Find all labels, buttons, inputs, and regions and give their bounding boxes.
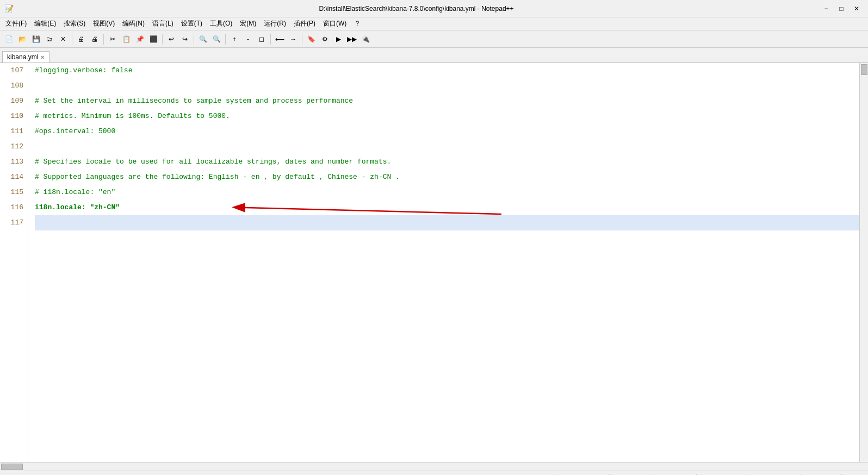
title-bar-text: D:\install\ElasticSearch\kibana-7.8.0\co… — [14, 5, 819, 12]
toolbar-find[interactable]: 🔍 — [196, 33, 209, 46]
title-bar-buttons: − □ ✕ — [819, 2, 864, 15]
code-line: # metrics. Minimum is 100ms. Defaults to… — [35, 109, 859, 124]
toolbar-zoom-out[interactable]: - — [241, 33, 255, 46]
line-number: 107 — [2, 63, 23, 78]
toolbar: 📄 📂 💾 🗂 ✕ 🖨 🖨 ✂ 📋 📌 ⬛ ↩ ↪ 🔍 🔍 + - ◻ ⟵ → … — [0, 30, 868, 48]
tab-label: kibana.yml — [7, 53, 38, 61]
menu-view[interactable]: 视图(V) — [90, 18, 118, 29]
toolbar-select-all[interactable]: ⬛ — [147, 33, 160, 46]
line-number: 111 — [2, 124, 23, 139]
toolbar-run2[interactable]: ▶▶ — [345, 33, 358, 46]
toolbar-copy[interactable]: 📋 — [120, 33, 133, 46]
toolbar-restore-zoom[interactable]: ◻ — [255, 33, 268, 46]
menu-edit[interactable]: 编辑(E) — [31, 18, 59, 29]
menu-tools[interactable]: 工具(O) — [207, 18, 235, 29]
line-number: 114 — [2, 170, 23, 185]
toolbar-macros[interactable]: ⚙ — [318, 33, 331, 46]
toolbar-sep-2 — [103, 34, 104, 45]
code-line — [35, 215, 859, 230]
menu-language[interactable]: 语言(L) — [149, 18, 177, 29]
tab-close-button[interactable]: ✕ — [40, 54, 45, 60]
menu-run[interactable]: 运行(R) — [261, 18, 289, 29]
editor-area: 107108109110111112113114115116117 #loggi… — [0, 63, 868, 462]
toolbar-plugin[interactable]: 🔌 — [359, 33, 372, 46]
code-line: #logging.verbose: false — [35, 63, 859, 78]
menu-macro[interactable]: 宏(M) — [237, 18, 259, 29]
toolbar-sep-3 — [162, 34, 163, 45]
code-area[interactable]: #logging.verbose: false# Set the interva… — [28, 63, 859, 462]
line-number: 113 — [2, 154, 23, 170]
line-numbers: 107108109110111112113114115116117 — [0, 63, 28, 462]
toolbar-print[interactable]: 🖨 — [75, 33, 88, 46]
menu-window[interactable]: 窗口(W) — [320, 18, 350, 29]
menu-file[interactable]: 文件(F) — [2, 18, 30, 29]
code-line: i18n.locale: "zh-CN" — [35, 200, 859, 215]
code-line: #ops.interval: 5000 — [35, 124, 859, 139]
toolbar-sep-1 — [72, 34, 72, 45]
toolbar-save[interactable]: 💾 — [29, 33, 42, 46]
code-line: # Specifies locale to be used for all lo… — [35, 154, 859, 170]
title-bar: 📝 D:\install\ElasticSearch\kibana-7.8.0\… — [0, 0, 868, 17]
maximize-button[interactable]: □ — [834, 2, 848, 15]
toolbar-bookmarks[interactable]: 🔖 — [305, 33, 318, 46]
toolbar-run[interactable]: ▶ — [332, 33, 345, 46]
scrollbar-thumb[interactable] — [861, 64, 867, 75]
toolbar-redo[interactable]: ↪ — [178, 33, 191, 46]
toolbar-indent[interactable]: → — [287, 33, 300, 46]
toolbar-undo[interactable]: ↩ — [165, 33, 178, 46]
toolbar-sep-4 — [194, 34, 194, 45]
horizontal-scrollbar[interactable] — [0, 462, 868, 471]
code-line — [35, 78, 859, 93]
toolbar-paste[interactable]: 📌 — [133, 33, 146, 46]
line-number: 108 — [2, 78, 23, 93]
toolbar-wrap[interactable]: ⟵ — [273, 33, 286, 46]
toolbar-sep-6 — [270, 34, 271, 45]
toolbar-sep-5 — [225, 34, 226, 45]
tab-bar: kibana.yml ✕ — [0, 48, 868, 63]
tab-kibana-yml[interactable]: kibana.yml ✕ — [2, 51, 49, 62]
menu-encoding[interactable]: 编码(N) — [119, 18, 148, 29]
line-number: 115 — [2, 185, 23, 200]
minimize-button[interactable]: − — [819, 2, 833, 15]
menu-help[interactable]: ？ — [351, 18, 364, 29]
line-number: 112 — [2, 139, 23, 154]
line-number: 116 — [2, 200, 23, 215]
close-button[interactable]: ✕ — [850, 2, 864, 15]
scrollbar-h-thumb[interactable] — [1, 464, 23, 470]
toolbar-cut[interactable]: ✂ — [106, 33, 119, 46]
line-number: 117 — [2, 215, 23, 230]
toolbar-open[interactable]: 📂 — [16, 33, 29, 46]
toolbar-zoom-in[interactable]: + — [228, 33, 241, 46]
toolbar-print-now[interactable]: 🖨 — [88, 33, 101, 46]
toolbar-save-all[interactable]: 🗂 — [43, 33, 56, 46]
line-number: 110 — [2, 109, 23, 124]
toolbar-close[interactable]: ✕ — [57, 33, 70, 46]
window-icon: 📝 — [4, 4, 14, 13]
toolbar-find-replace[interactable]: 🔍 — [210, 33, 223, 46]
menu-search[interactable]: 搜索(S) — [60, 18, 89, 29]
menu-plugins[interactable]: 插件(P) — [290, 18, 319, 29]
code-line — [35, 139, 859, 154]
line-number: 109 — [2, 93, 23, 109]
vertical-scrollbar[interactable] — [859, 63, 868, 462]
code-line: # Supported languages are the following:… — [35, 170, 859, 185]
code-line: # Set the interval in milliseconds to sa… — [35, 93, 859, 109]
toolbar-sep-7 — [302, 34, 302, 45]
code-line: # i18n.locale: "en" — [35, 185, 859, 200]
status-bar: YAML Ain't Markup Language length : 5,27… — [0, 471, 868, 475]
menu-bar: 文件(F) 编辑(E) 搜索(S) 视图(V) 编码(N) 语言(L) 设置(T… — [0, 17, 868, 30]
menu-settings[interactable]: 设置(T) — [178, 18, 206, 29]
toolbar-new[interactable]: 📄 — [2, 33, 15, 46]
